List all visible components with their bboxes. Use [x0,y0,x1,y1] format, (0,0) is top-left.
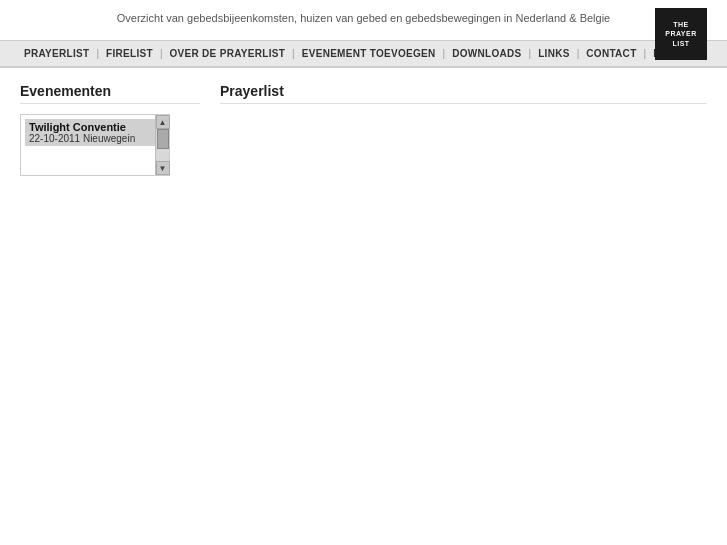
scroll-thumb[interactable] [157,129,169,149]
prayerlist-title: Prayerlist [220,83,707,104]
nav-item-contact[interactable]: CONTACT [582,46,640,61]
nav-item-over-de-prayerlist[interactable]: OVER DE PRAYERLIST [165,46,289,61]
main-content: Evenementen Twilight Conventie 22-10-201… [0,68,727,191]
events-box: Twilight Conventie 22-10-2011 Nieuwegein… [20,114,170,176]
nav-separator-2: | [157,48,166,59]
nav-separator-3: | [289,48,298,59]
scroll-track [156,129,169,161]
nav-item-firelist[interactable]: FIRELIST [102,46,157,61]
nav-item-downloads[interactable]: DOWNLOADS [448,46,525,61]
logo: THE PRAYER LIST [655,8,707,60]
nav-item-evenement-toevoegen[interactable]: EVENEMENT TOEVOEGEN [298,46,440,61]
scroll-up-button[interactable]: ▲ [156,115,170,129]
nav-separator-6: | [574,48,583,59]
left-panel: Evenementen Twilight Conventie 22-10-201… [20,83,200,176]
page-wrapper: Overzicht van gebedsbijeenkomsten, huize… [0,0,727,545]
nav-item-prayerlist[interactable]: PRAYERLIST [20,46,93,61]
events-list: Twilight Conventie 22-10-2011 Nieuwegein [21,115,169,175]
logo-text: THE PRAYER LIST [665,20,697,47]
nav-separator-7: | [641,48,650,59]
nav-separator-4: | [440,48,449,59]
events-scrollbar: ▲ ▼ [155,115,169,175]
nav-separator-1: | [93,48,102,59]
header: Overzicht van gebedsbijeenkomsten, huize… [0,0,727,41]
event-date-location: 22-10-2011 Nieuwegein [29,133,161,144]
evenementen-title: Evenementen [20,83,200,104]
header-tagline: Overzicht van gebedsbijeenkomsten, huize… [20,12,707,32]
nav-item-links[interactable]: LINKS [534,46,574,61]
event-name: Twilight Conventie [29,121,161,133]
nav-separator-5: | [526,48,535,59]
navbar: PRAYERLIST | FIRELIST | OVER DE PRAYERLI… [0,41,727,68]
scroll-down-button[interactable]: ▼ [156,161,170,175]
list-item[interactable]: Twilight Conventie 22-10-2011 Nieuwegein [25,119,165,146]
right-panel: Prayerlist [220,83,707,176]
